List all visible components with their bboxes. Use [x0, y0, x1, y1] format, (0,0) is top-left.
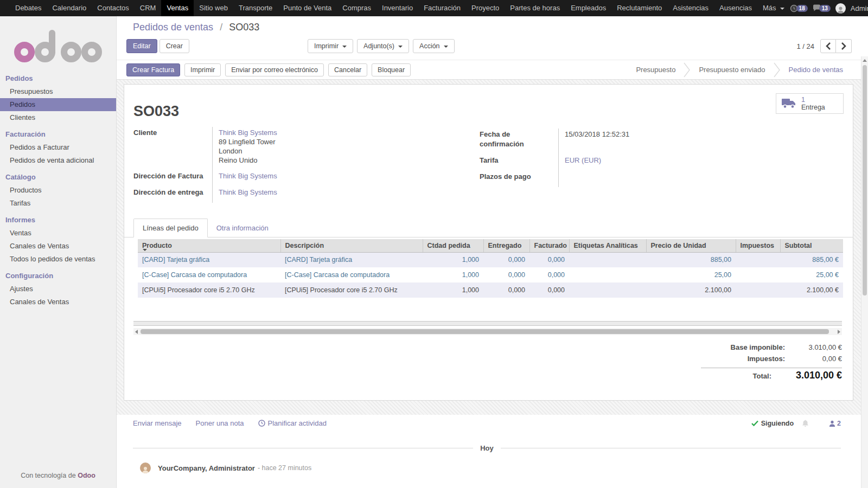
menu-ventas[interactable]: Ventas	[161, 0, 194, 16]
sidebar-item-pedidos-venta-adicional[interactable]: Pedidos de venta adicional	[0, 154, 116, 167]
col-header-precio-unidad[interactable]: Precio de Unidad	[646, 239, 736, 252]
create-invoice-button[interactable]: Crear Factura	[126, 63, 180, 76]
menu-reclutamiento[interactable]: Reclutamiento	[611, 0, 667, 16]
col-header-ctdad-pedida[interactable]: Ctdad pedida	[423, 239, 483, 252]
menu-punto-de-venta[interactable]: Punto de Venta	[278, 0, 337, 16]
pricelist-link[interactable]: EUR (EUR)	[565, 156, 601, 164]
menu-contactos[interactable]: Contactos	[92, 0, 135, 16]
col-header-producto[interactable]: Producto	[138, 239, 280, 252]
horizontal-scrollbar[interactable]	[133, 328, 842, 335]
followers-button[interactable]: 2	[829, 420, 841, 427]
tab-otra-informacion[interactable]: Otra información	[208, 219, 277, 237]
scroll-right-arrow-icon[interactable]	[838, 330, 840, 334]
menu-inventario[interactable]: Inventario	[376, 0, 418, 16]
step-pedido-de-ventas[interactable]: Pedido de ventas	[781, 66, 851, 74]
scroll-left-arrow-icon[interactable]	[135, 330, 138, 334]
sidebar-item-presupuestos[interactable]: Presupuestos	[0, 85, 116, 98]
menu-facturacion[interactable]: Facturación	[418, 0, 466, 16]
delivery-address-link[interactable]: Think Big Systems	[219, 188, 277, 196]
order-line-row[interactable]: [C-Case] Carcasa de computadora [C-Case]…	[138, 267, 843, 282]
sidebar-item-todos-pedidos[interactable]: Todos lo pedidos de ventas	[0, 253, 116, 266]
create-button[interactable]: Crear	[159, 39, 189, 53]
following-toggle[interactable]: Siguiendo	[751, 420, 794, 427]
invoice-address-link[interactable]: Think Big Systems	[219, 172, 277, 180]
lock-button[interactable]: Bloquear	[372, 63, 411, 76]
customer-fields: Cliente Think Big Systems 89 Lingfield T…	[133, 127, 470, 203]
print-button[interactable]: Imprimir	[184, 63, 221, 76]
check-icon	[751, 420, 758, 426]
send-message-link[interactable]: Enviar mensaje	[133, 419, 182, 427]
followers-count: 2	[837, 420, 841, 427]
messages-badge[interactable]: 13	[813, 4, 831, 12]
vertical-scrollbar-thumb[interactable]	[863, 65, 867, 296]
sidebar-item-pedidos-a-facturar[interactable]: Pedidos a Facturar	[0, 141, 116, 154]
payment-terms-value	[558, 171, 838, 187]
col-header-facturado[interactable]: Facturado	[529, 239, 569, 252]
sidebar-item-pedidos[interactable]: Pedidos	[0, 98, 116, 111]
notification-bell-button[interactable]	[802, 420, 809, 427]
menu-mas[interactable]: Más	[757, 0, 790, 16]
cell-descripcion: [CPUi5] Procesador core i5 2.70 GHz	[280, 282, 423, 298]
col-header-entregado[interactable]: Entregado	[483, 239, 529, 252]
user-avatar[interactable]	[835, 3, 846, 14]
cell-entregado: 0,000	[483, 282, 529, 298]
user-name[interactable]: Administrator	[851, 4, 868, 12]
breadcrumb-parent[interactable]: Pedidos de ventas	[133, 22, 213, 33]
edit-button[interactable]: Editar	[126, 39, 157, 53]
order-line-row[interactable]: [CARD] Tarjeta gráfica [CARD] Tarjeta gr…	[138, 252, 843, 267]
schedule-activity-link[interactable]: Planificar actividad	[258, 419, 327, 427]
cancel-button[interactable]: Cancelar	[328, 63, 367, 76]
action-dropdown[interactable]: Acción	[413, 39, 455, 53]
breadcrumb-current: SO033	[229, 22, 259, 33]
sidebar-item-tarifas[interactable]: Tarifas	[0, 197, 116, 210]
menu-partes-de-horas[interactable]: Partes de horas	[505, 0, 565, 16]
app-menus: Debates Calendario Contactos CRM Ventas …	[0, 0, 790, 16]
payment-terms-label: Plazos de pago	[480, 171, 558, 187]
menu-asistencias[interactable]: Asistencias	[667, 0, 714, 16]
menu-ausencias[interactable]: Ausencias	[714, 0, 757, 16]
menu-debates[interactable]: Debates	[10, 0, 47, 16]
sidebar-item-canales-de-ventas[interactable]: Canales de Ventas	[0, 240, 116, 253]
vertical-scrollbar[interactable]	[861, 56, 868, 488]
col-header-subtotal[interactable]: Subtotal	[780, 239, 843, 252]
address-line: London	[219, 146, 470, 156]
sidebar-item-clientes[interactable]: Clientes	[0, 111, 116, 124]
horizontal-scrollbar-thumb[interactable]	[141, 329, 829, 334]
sidebar-item-productos[interactable]: Productos	[0, 184, 116, 197]
pager-next-button[interactable]	[836, 39, 852, 53]
order-line-row[interactable]: [CPUi5] Procesador core i5 2.70 GHz [CPU…	[138, 282, 843, 298]
powered-by: Con tecnología de Odoo	[0, 472, 116, 479]
cell-etiquetas	[569, 252, 646, 267]
menu-empleados[interactable]: Empleados	[565, 0, 611, 16]
print-dropdown[interactable]: Imprimir	[308, 39, 353, 53]
odoo-logo	[14, 29, 102, 63]
log-note-link[interactable]: Poner una nota	[196, 419, 244, 427]
pager-previous-button[interactable]	[820, 39, 836, 53]
sidebar-item-ventas[interactable]: Ventas	[0, 227, 116, 240]
step-presupuesto[interactable]: Presupuesto	[628, 66, 684, 74]
attachments-dropdown[interactable]: Adjunto(s)	[357, 39, 409, 53]
col-header-impuestos[interactable]: Impuestos	[736, 239, 780, 252]
tab-lineas-del-pedido[interactable]: Líneas del pedido	[133, 219, 208, 237]
breadcrumb-separator: /	[220, 22, 222, 33]
scroll-up-arrow-icon[interactable]	[863, 59, 867, 62]
col-header-etiquetas[interactable]: Etiquetas Analíticas	[569, 239, 646, 252]
sidebar-item-canales-config[interactable]: Canales de Ventas	[0, 296, 116, 309]
menu-calendario[interactable]: Calendario	[47, 0, 92, 16]
customer-link[interactable]: Think Big Systems	[219, 128, 470, 137]
delivery-smart-button[interactable]: 1 Entrega	[776, 93, 844, 114]
menu-transporte[interactable]: Transporte	[233, 0, 278, 16]
menu-sitio-web[interactable]: Sitio web	[194, 0, 233, 16]
step-presupuesto-enviado[interactable]: Presupuesto enviado	[691, 66, 773, 74]
menu-compras[interactable]: Compras	[337, 0, 376, 16]
menu-crm[interactable]: CRM	[135, 0, 162, 16]
step-chevron-icon	[774, 62, 781, 78]
odoo-brand-link[interactable]: Odoo	[78, 472, 95, 479]
sidebar-item-ajustes[interactable]: Ajustes	[0, 282, 116, 296]
activities-badge[interactable]: 18	[790, 4, 808, 12]
cell-producto: [CARD] Tarjeta gráfica	[138, 252, 280, 267]
menu-proyecto[interactable]: Proyecto	[466, 0, 505, 16]
chevron-down-icon	[780, 8, 784, 10]
send-by-email-button[interactable]: Enviar por correo electrónico	[225, 63, 324, 76]
col-header-descripcion[interactable]: Descripción	[280, 239, 423, 252]
